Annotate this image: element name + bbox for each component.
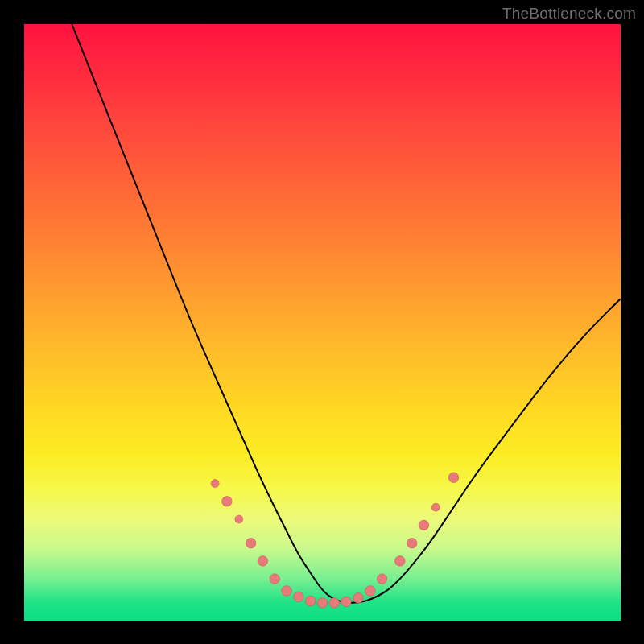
plot-area <box>24 24 621 621</box>
curve-marker <box>282 586 292 597</box>
curve-marker <box>365 586 376 597</box>
curve-marker <box>329 598 340 609</box>
curve-markers <box>211 473 459 608</box>
curve-marker <box>235 515 243 523</box>
curve-marker <box>222 497 233 507</box>
curve-marker <box>294 592 304 602</box>
curve-marker <box>211 480 219 488</box>
curve-marker <box>305 596 316 606</box>
curve-marker <box>258 556 268 567</box>
curve-marker <box>419 520 429 530</box>
curve-marker <box>395 556 406 567</box>
curve-marker <box>270 574 280 584</box>
watermark-text: TheBottleneck.com <box>502 5 636 23</box>
curve-marker <box>431 503 440 511</box>
chart-frame: TheBottleneck.com <box>0 0 644 644</box>
chart-svg <box>24 24 621 621</box>
curve-marker <box>407 538 417 548</box>
curve-marker <box>317 598 328 609</box>
curve-marker <box>341 597 352 607</box>
curve-marker <box>246 538 256 548</box>
bottleneck-curve <box>72 24 621 603</box>
curve-marker <box>377 574 387 584</box>
curve-marker <box>353 593 364 604</box>
curve-marker <box>448 473 459 483</box>
